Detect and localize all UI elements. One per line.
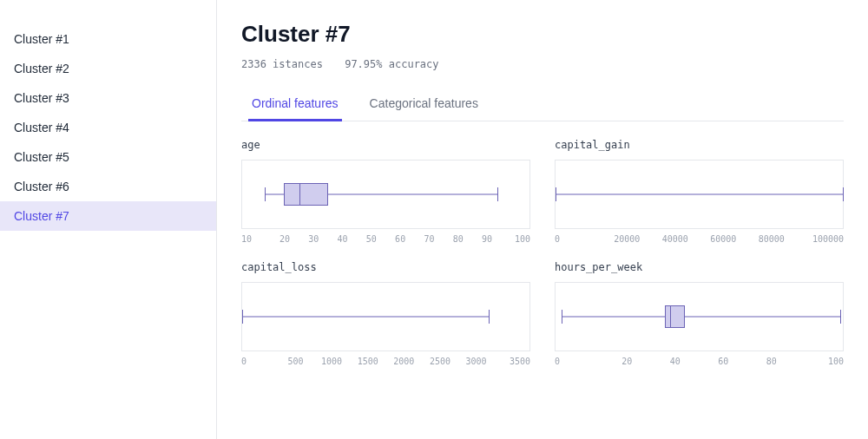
tick-label: 80 [747,357,796,366]
iqr-box [284,183,328,206]
whisker-cap-low [562,310,562,324]
charts-grid: age102030405060708090100capital_gain0200… [241,139,844,366]
tick-label: 100 [502,234,530,244]
chart-title: hours_per_week [555,261,844,273]
tick-label: 30 [299,234,328,244]
tabs: Ordinal featuresCategorical features [241,89,844,121]
tick-label: 70 [415,234,444,244]
accuracy-value: 97.95% accuracy [345,58,438,70]
sidebar-item-cluster-6[interactable]: Cluster #6 [0,172,216,201]
median-line [670,305,671,328]
tick-label: 500 [278,357,314,366]
whisker-cap-low [242,310,243,324]
tick-label: 40000 [651,234,700,244]
sidebar-item-cluster-7[interactable]: Cluster #7 [0,201,216,231]
tick-label: 0 [241,357,278,366]
tick-label: 0 [555,357,603,366]
x-axis: 102030405060708090100 [241,234,530,244]
plot-area [555,282,844,351]
tick-label: 100 [796,357,845,366]
tick-label: 20 [603,357,652,366]
tick-label: 90 [472,234,501,244]
sidebar-item-cluster-3[interactable]: Cluster #3 [0,83,216,113]
tick-label: 3500 [494,357,530,366]
tick-label: 20 [270,234,299,244]
sidebar-item-cluster-4[interactable]: Cluster #4 [0,113,216,142]
sidebar-item-cluster-5[interactable]: Cluster #5 [0,142,216,172]
x-axis: 020406080100 [555,357,844,366]
tick-label: 3000 [458,357,495,366]
chart-age: age102030405060708090100 [241,139,530,244]
tick-label: 40 [328,234,357,244]
tick-label: 60 [385,234,414,244]
plot-area [241,160,530,229]
x-axis: 0500100015002000250030003500 [241,357,530,366]
sidebar-item-cluster-2[interactable]: Cluster #2 [0,54,216,83]
tick-label: 80 [444,234,472,244]
iqr-box [665,305,685,328]
chart-hours-per-week: hours_per_week020406080100 [555,261,844,366]
plot-area [555,160,844,229]
sidebar-item-cluster-1[interactable]: Cluster #1 [0,24,216,54]
chart-capital-loss: capital_loss0500100015002000250030003500 [241,261,530,366]
tick-label: 2000 [386,357,423,366]
whisker-cap-high [843,187,844,201]
tick-label: 60 [700,357,748,366]
tick-label: 2500 [422,357,458,366]
median-line [299,183,300,206]
tick-label: 0 [555,234,603,244]
whisker-line [562,317,840,318]
x-axis: 020000400006000080000100000 [555,234,844,244]
page-title: Cluster #7 [241,21,844,48]
chart-title: age [241,139,530,151]
tick-label: 60000 [700,234,748,244]
tick-label: 10 [241,234,270,244]
whisker-cap-low [556,187,556,201]
tick-label: 20000 [603,234,652,244]
tick-label: 50 [357,234,385,244]
whisker-line [242,317,489,318]
chart-capital-gain: capital_gain020000400006000080000100000 [555,139,844,244]
tick-label: 80000 [747,234,796,244]
tab-categorical-features[interactable]: Categorical features [366,89,482,121]
instances-count: 2336 istances [241,58,323,70]
main-panel: Cluster #7 2336 istances 97.95% accuracy… [217,0,868,439]
tick-label: 40 [651,357,700,366]
tab-ordinal-features[interactable]: Ordinal features [248,89,342,121]
whisker-cap-high [489,310,490,324]
sidebar: Cluster #1Cluster #2Cluster #3Cluster #4… [0,0,217,439]
whisker-cap-high [497,187,498,201]
chart-title: capital_gain [555,139,844,151]
whisker-cap-high [840,310,841,324]
tick-label: 1000 [313,357,350,366]
whisker-line [556,194,843,195]
page-subtitle: 2336 istances 97.95% accuracy [241,58,844,70]
tick-label: 1500 [350,357,386,366]
whisker-cap-low [265,187,266,201]
plot-area [241,282,530,351]
chart-title: capital_loss [241,261,530,273]
tick-label: 100000 [796,234,845,244]
